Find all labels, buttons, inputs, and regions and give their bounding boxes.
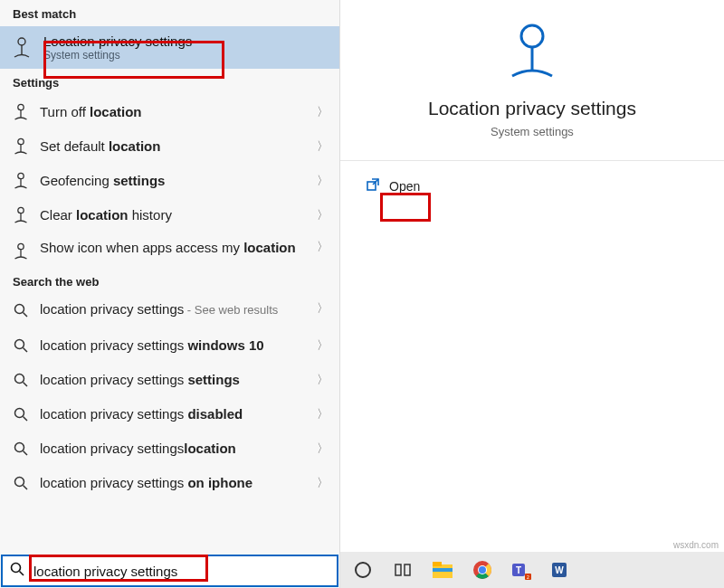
taskbar: T2 W	[340, 552, 724, 588]
svg-text:2: 2	[527, 574, 529, 580]
web-result-item[interactable]: location privacy settingslocation〉	[0, 432, 339, 466]
svg-point-40	[479, 566, 486, 574]
svg-line-25	[20, 572, 24, 576]
settings-result-item[interactable]: Clear location history〉	[0, 198, 339, 232]
web-result-item[interactable]: location privacy settings settings〉	[0, 363, 339, 397]
watermark: wsxdn.com	[673, 540, 719, 550]
svg-rect-32	[405, 564, 410, 575]
result-label: Geofencing settings	[40, 172, 308, 190]
svg-point-20	[15, 443, 24, 452]
result-label: location privacy settings settings	[40, 371, 308, 389]
web-result-item[interactable]: location privacy settings windows 10〉	[0, 328, 339, 363]
search-input[interactable]: location privacy settings	[1, 555, 338, 587]
best-match-subtitle: System settings	[43, 49, 192, 62]
svg-point-30	[356, 563, 370, 577]
task-view-icon[interactable]	[391, 558, 414, 582]
open-label: Open	[389, 179, 420, 194]
search-icon	[10, 562, 28, 580]
svg-point-18	[15, 409, 24, 418]
svg-point-4	[18, 138, 24, 144]
best-match-title: Location privacy settings	[43, 33, 192, 49]
result-label: Turn off location	[40, 103, 308, 121]
svg-rect-34	[433, 562, 442, 566]
svg-point-26	[521, 25, 543, 47]
svg-line-19	[24, 417, 28, 422]
result-label: Clear location history	[40, 206, 308, 224]
search-query-text: location privacy settings	[33, 564, 177, 579]
word-icon[interactable]: W	[550, 558, 574, 582]
result-detail-panel: Location privacy settings System setting…	[340, 0, 724, 552]
svg-line-21	[24, 451, 28, 456]
cortana-circle-icon[interactable]	[351, 558, 375, 582]
chevron-right-icon: 〉	[317, 441, 329, 457]
result-label: location privacy settingslocation	[40, 440, 308, 458]
search-icon	[11, 441, 31, 456]
svg-point-24	[12, 564, 21, 573]
detail-subtitle: System settings	[340, 125, 724, 138]
svg-point-10	[18, 243, 24, 249]
best-match-header: Best match	[0, 0, 339, 26]
chevron-right-icon: 〉	[317, 372, 329, 388]
location-icon	[11, 102, 31, 122]
web-result-item[interactable]: location privacy settings disabled〉	[0, 397, 339, 432]
location-icon-large	[340, 20, 724, 85]
settings-result-item[interactable]: Show icon when apps access my location〉	[0, 232, 339, 268]
file-explorer-icon[interactable]	[431, 558, 454, 582]
chevron-right-icon: 〉	[317, 173, 329, 189]
chevron-right-icon: 〉	[317, 207, 329, 223]
settings-result-item[interactable]: Set default location〉	[0, 129, 339, 164]
search-icon	[11, 303, 31, 318]
result-label: Show icon when apps access my location	[40, 239, 308, 257]
chevron-right-icon: 〉	[317, 239, 329, 255]
settings-result-item[interactable]: Geofencing settings〉	[0, 164, 339, 198]
best-match-result[interactable]: Location privacy settings System setting…	[0, 26, 339, 69]
location-icon	[11, 137, 31, 156]
open-icon	[366, 177, 380, 195]
chevron-right-icon: 〉	[317, 138, 329, 155]
web-result-item[interactable]: location privacy settings - See web resu…	[0, 294, 339, 328]
result-label: location privacy settings - See web resu…	[40, 300, 308, 318]
svg-line-15	[24, 348, 28, 353]
result-label: location privacy settings windows 10	[40, 337, 308, 355]
open-action[interactable]: Open	[366, 177, 724, 195]
location-icon	[11, 242, 31, 261]
svg-point-14	[15, 340, 24, 349]
svg-rect-31	[395, 564, 401, 575]
svg-line-23	[24, 486, 28, 490]
web-result-item[interactable]: location privacy settings on iphone〉	[0, 466, 339, 500]
search-icon	[11, 373, 31, 387]
chevron-right-icon: 〉	[317, 337, 329, 354]
teams-icon[interactable]: T2	[510, 558, 534, 582]
svg-point-12	[15, 305, 24, 314]
result-label: Set default location	[40, 138, 308, 156]
search-results-panel: Best match Location privacy settings Sys…	[0, 0, 340, 588]
svg-point-6	[18, 173, 24, 178]
svg-text:T: T	[516, 565, 521, 575]
search-icon	[11, 338, 31, 353]
svg-line-13	[24, 313, 28, 318]
svg-point-2	[18, 104, 24, 109]
result-label: location privacy settings disabled	[40, 405, 308, 423]
result-label: location privacy settings on iphone	[40, 474, 308, 492]
svg-point-0	[18, 38, 25, 45]
svg-text:W: W	[555, 565, 564, 575]
svg-rect-35	[433, 568, 452, 572]
location-icon	[11, 205, 31, 225]
chevron-right-icon: 〉	[317, 104, 329, 120]
chevron-right-icon: 〉	[317, 300, 329, 317]
svg-point-22	[15, 478, 24, 487]
search-icon	[11, 407, 31, 422]
chevron-right-icon: 〉	[317, 406, 329, 422]
svg-line-17	[24, 383, 28, 387]
divider	[340, 160, 724, 161]
search-web-header: Search the web	[0, 268, 339, 294]
detail-title: Location privacy settings	[340, 98, 724, 119]
chrome-icon[interactable]	[471, 558, 494, 582]
settings-result-item[interactable]: Turn off location〉	[0, 95, 339, 129]
svg-point-16	[15, 375, 24, 384]
svg-point-8	[18, 207, 24, 213]
location-icon	[11, 171, 31, 191]
location-icon	[9, 35, 34, 61]
search-icon	[11, 476, 31, 490]
chevron-right-icon: 〉	[317, 475, 329, 491]
